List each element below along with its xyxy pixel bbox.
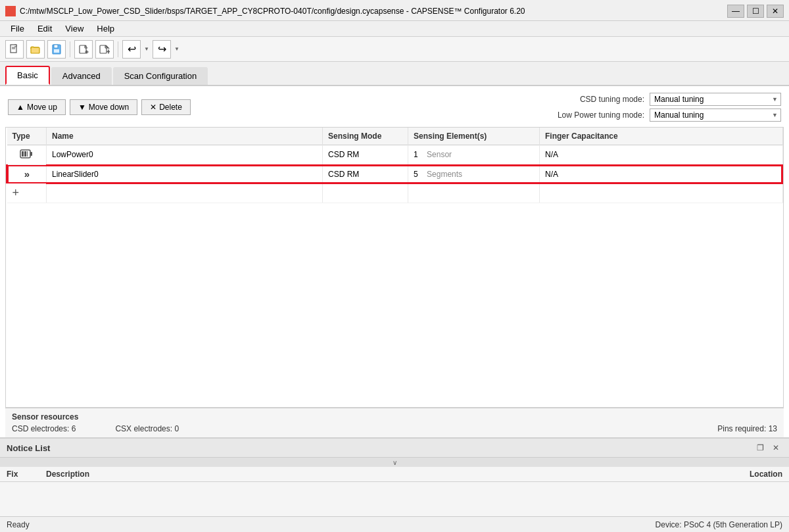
maximize-button[interactable]: ☐	[747, 5, 764, 18]
status-device: Device: PSoC 4 (5th Generation LP)	[656, 520, 782, 529]
svg-rect-3	[31, 47, 39, 53]
close-panel-button[interactable]: ✕	[769, 441, 782, 454]
tuning-controls: CSD tuning mode: Manual tuning SmartSens…	[539, 93, 781, 122]
window-title: C:/mtw/MSCLP_Low_Power_CSD_Slider/bsps/T…	[20, 7, 525, 16]
redo-dropdown[interactable]: ▼	[174, 40, 180, 59]
export-button[interactable]	[74, 40, 93, 59]
col-type: Type	[7, 128, 47, 145]
notice-header-row: Fix Description Location	[0, 467, 789, 482]
redo-button[interactable]: ↪	[153, 40, 171, 59]
collapse-icon: ∨	[393, 459, 397, 466]
sensor-resources: Sensor resources CSD electrodes: 6 CSX e…	[5, 408, 784, 437]
row-sensing-mode: CSD RM	[323, 145, 408, 165]
svg-rect-6	[54, 49, 59, 53]
undo-button[interactable]: ↩	[122, 40, 141, 59]
svg-rect-11	[22, 151, 24, 157]
title-bar-left: C:/mtw/MSCLP_Low_Power_CSD_Slider/bsps/T…	[5, 6, 525, 16]
add-row-empty4	[540, 183, 783, 203]
status-bar: Ready Device: PSoC 4 (5th Generation LP)	[0, 516, 789, 532]
toolbar-sep2	[118, 41, 118, 57]
row-type-icon	[7, 145, 47, 165]
toolbar-sep1	[70, 41, 70, 57]
move-down-button[interactable]: ▼ Move down	[70, 99, 137, 115]
lp-tuning-select[interactable]: Manual tuning SmartSense (Full Auto) Sma…	[650, 109, 781, 122]
csx-electrodes-info: CSX electrodes: 0	[115, 424, 179, 433]
title-bar: C:/mtw/MSCLP_Low_Power_CSD_Slider/bsps/T…	[0, 0, 789, 21]
col-sensing-mode: Sensing Mode	[323, 128, 408, 145]
csd-electrodes-info: CSD electrodes: 6	[12, 424, 76, 433]
notice-panel: Notice List ❐ ✕ ∨ Fix Description Locati…	[0, 437, 789, 516]
widget-table-container: Type Name Sensing Mode Sensing Element(s…	[5, 127, 784, 408]
tab-basic[interactable]: Basic	[5, 66, 50, 85]
menu-view[interactable]: View	[60, 22, 89, 35]
row-sensing-elements: 1 Sensor	[408, 145, 540, 165]
menu-bar: File Edit View Help	[0, 21, 789, 37]
widget-table: Type Name Sensing Mode Sensing Element(s…	[6, 128, 783, 203]
notice-collapse-bar[interactable]: ∨	[0, 458, 789, 467]
new-button[interactable]	[5, 40, 24, 59]
add-row-empty3	[408, 183, 540, 203]
add-widget-row[interactable]: +	[7, 183, 783, 203]
col-sensing-elements: Sensing Element(s)	[408, 128, 540, 145]
add-icon[interactable]: +	[7, 183, 47, 203]
arrow-up-icon: ▲	[16, 103, 24, 112]
pins-required-info: Pins required: 13	[717, 424, 777, 433]
close-button[interactable]: ✕	[767, 5, 784, 18]
notice-header: Notice List ❐ ✕	[0, 439, 789, 458]
csd-tuning-label: CSD tuning mode:	[539, 95, 644, 104]
row-type-icon: »	[7, 165, 47, 183]
minimize-button[interactable]: —	[727, 5, 744, 18]
tab-bar: Basic Advanced Scan Configuration	[0, 62, 789, 86]
csd-tuning-select-wrapper: Manual tuning SmartSense (Full Auto) Sma…	[650, 93, 781, 106]
move-up-button[interactable]: ▲ Move up	[8, 99, 66, 115]
tab-advanced[interactable]: Advanced	[51, 67, 112, 85]
row-name: LinearSlider0	[47, 165, 323, 183]
export-as-button[interactable]	[95, 40, 114, 59]
menu-edit[interactable]: Edit	[32, 22, 57, 35]
sensor-resources-row: CSD electrodes: 6 CSX electrodes: 0 Pins…	[12, 424, 777, 433]
restore-panel-button[interactable]: ❐	[753, 441, 767, 454]
menu-file[interactable]: File	[5, 22, 30, 35]
notice-col-location: Location	[453, 467, 790, 482]
csd-tuning-select[interactable]: Manual tuning SmartSense (Full Auto) Sma…	[650, 93, 781, 106]
row-name: LowPower0	[47, 145, 323, 165]
action-buttons: ▲ Move up ▼ Move down ✕ Delete	[8, 99, 191, 115]
svg-rect-13	[27, 151, 28, 157]
title-controls[interactable]: — ☐ ✕	[727, 5, 784, 18]
notice-title: Notice List	[7, 443, 50, 453]
delete-icon: ✕	[150, 103, 156, 112]
svg-rect-5	[54, 45, 58, 48]
undo-dropdown[interactable]: ▼	[143, 40, 150, 59]
main-content: ▲ Move up ▼ Move down ✕ Delete CSD tunin…	[0, 86, 789, 437]
notice-col-fix: Fix	[0, 467, 39, 482]
notice-col-description: Description	[39, 467, 453, 482]
svg-rect-10	[30, 152, 32, 156]
save-button[interactable]	[47, 40, 66, 59]
table-row[interactable]: » LinearSlider0 CSD RM 5 Segments N/A	[7, 165, 783, 183]
top-controls: ▲ Move up ▼ Move down ✕ Delete CSD tunin…	[0, 86, 789, 127]
tab-scan-configuration[interactable]: Scan Configuration	[113, 67, 208, 85]
table-row[interactable]: LowPower0 CSD RM 1 Sensor N/A	[7, 145, 783, 165]
status-text: Ready	[7, 520, 30, 529]
row-finger-capacitance: N/A	[540, 165, 783, 183]
menu-help[interactable]: Help	[91, 22, 120, 35]
col-name: Name	[47, 128, 323, 145]
table-header-row: Type Name Sensing Mode Sensing Element(s…	[7, 128, 783, 145]
add-row-empty	[47, 183, 323, 203]
svg-rect-12	[24, 151, 26, 157]
row-finger-capacitance: N/A	[540, 145, 783, 165]
app-icon	[5, 6, 16, 16]
sensor-resources-title: Sensor resources	[12, 412, 777, 422]
add-row-empty2	[323, 183, 408, 203]
notice-table: Fix Description Location	[0, 467, 789, 482]
delete-button[interactable]: ✕ Delete	[141, 99, 191, 115]
row-sensing-elements: 5 Segments	[408, 165, 540, 183]
csd-tuning-row: CSD tuning mode: Manual tuning SmartSens…	[539, 93, 781, 106]
toolbar: ↩ ▼ ↪ ▼	[0, 37, 789, 62]
open-button[interactable]	[26, 40, 45, 59]
arrow-down-icon: ▼	[78, 103, 86, 112]
notice-header-icons: ❐ ✕	[753, 441, 782, 454]
row-sensing-mode: CSD RM	[323, 165, 408, 183]
double-chevron-icon: »	[24, 168, 30, 180]
lp-tuning-select-wrapper: Manual tuning SmartSense (Full Auto) Sma…	[650, 109, 781, 122]
